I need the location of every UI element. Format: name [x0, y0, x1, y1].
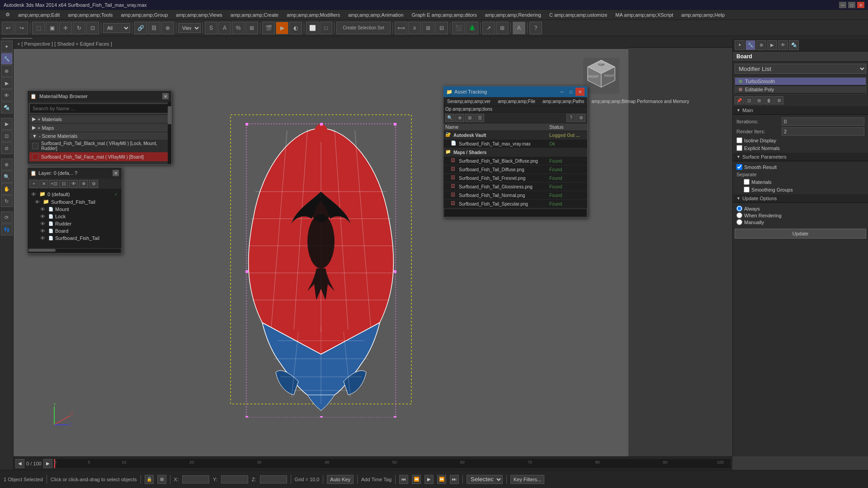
turbosmooth-section-title[interactable]: Main: [733, 106, 868, 115]
modify-tab-btn[interactable]: 🔧: [745, 40, 755, 50]
menu-3ds[interactable]: ⚙: [2, 11, 14, 19]
menu-animation[interactable]: amp;amp;amp;Animation: [344, 11, 407, 19]
mat-section-maps-header[interactable]: ▶ + Maps: [29, 124, 170, 131]
array-btn[interactable]: ⊞: [422, 22, 434, 34]
menu-create[interactable]: amp;amp;amp;Create: [227, 11, 282, 19]
render-iters-input[interactable]: [782, 127, 864, 136]
play-btn[interactable]: ▶: [1, 118, 13, 130]
isoline-checkbox[interactable]: [736, 137, 742, 143]
redo-btn[interactable]: ↪: [15, 22, 28, 34]
scene-explorer-btn[interactable]: 🌲: [466, 22, 478, 34]
layer-scrollbar[interactable]: [28, 249, 121, 253]
modify-panel-btn[interactable]: 🔧: [1, 53, 13, 65]
selection-filter-btn[interactable]: ⊡: [1, 130, 13, 142]
configure-modifier-sets-btn[interactable]: ⚙: [774, 96, 783, 104]
pin-stack-btn[interactable]: 📌: [735, 96, 744, 104]
angle-snap-btn[interactable]: A: [218, 22, 231, 34]
selected-dropdown[interactable]: Selected: [467, 475, 503, 484]
asset-menu-server[interactable]: Seramp;amp;amp;ver: [445, 99, 492, 104]
explicit-normals-checkbox[interactable]: [736, 145, 742, 151]
asset-minimize-btn[interactable]: ─: [557, 88, 566, 96]
iterations-input[interactable]: [782, 117, 864, 126]
modifier-editable-poly[interactable]: Editable Poly: [735, 86, 866, 93]
percent-snap-btn[interactable]: %: [232, 22, 245, 34]
asset-panel-header[interactable]: 📁 Asset Tracking ─ □ ✕: [443, 86, 587, 97]
layer-hide-all-btn[interactable]: 👁: [69, 180, 78, 188]
material-editor-btn[interactable]: ⬜: [306, 22, 319, 34]
render-setup-btn[interactable]: 🎬: [262, 22, 275, 34]
asset-menu-bitmap[interactable]: amp;amp;amp;Bitmap Performance and Memor…: [590, 99, 691, 104]
close-btn[interactable]: ✕: [857, 2, 864, 8]
asset-row-normal[interactable]: 🖼 Surfboard_Fish_Tail_Normal.png Found: [443, 191, 587, 200]
motion-panel-btn[interactable]: ▶: [1, 77, 13, 89]
menu-maxscript[interactable]: MA amp;amp;amp;XScript: [612, 11, 677, 19]
mat-search-input[interactable]: [29, 103, 170, 113]
snap-toggle-btn[interactable]: S: [205, 22, 217, 34]
surface-params-section-title[interactable]: Surface Parameters: [733, 153, 868, 161]
update-options-section-title[interactable]: Update Options: [733, 194, 868, 203]
utils-tab-btn[interactable]: 🔩: [789, 40, 799, 50]
manually-radio[interactable]: [736, 219, 742, 225]
layer-delete-btn[interactable]: ✕: [39, 180, 48, 188]
remove-modifier-btn[interactable]: 🗑: [764, 96, 774, 104]
asset-table-view-btn[interactable]: ⊞: [465, 114, 474, 122]
asset-row-black-diff[interactable]: 🖼 Surfboard_Fish_Tail_Black_Diffuse.png …: [443, 157, 587, 165]
undo-btn[interactable]: ↩: [2, 22, 14, 34]
asset-row-max[interactable]: 📄 Surfboard_Fish_Tail_max_vray.max Ok: [443, 140, 587, 148]
scale-btn[interactable]: ⊡: [86, 22, 99, 34]
bind-space-warp-btn[interactable]: ⊕: [161, 22, 174, 34]
motion-tab-btn[interactable]: ▶: [767, 40, 777, 50]
smoothing-groups-checkbox[interactable]: [744, 187, 750, 192]
layer-item-default[interactable]: 👁 📁 0 (default) ✓: [28, 190, 122, 198]
asset-maximize-btn[interactable]: □: [566, 88, 576, 96]
modifier-list-dropdown[interactable]: Modifier List: [735, 64, 866, 74]
layer-new-btn[interactable]: +: [29, 180, 38, 188]
mat-section-materials-header[interactable]: ▶ + Materials: [29, 115, 170, 123]
layer-item-fish-tail[interactable]: 👁 📁 Surfboard_Fish_Tail: [28, 198, 122, 206]
go-to-start-btn[interactable]: ⏮: [399, 475, 408, 484]
make-unique-btn[interactable]: ⊞: [755, 96, 764, 104]
layer-item-board[interactable]: 👁 📄 Board: [28, 227, 122, 235]
layer-add-selection-btn[interactable]: +⊡: [49, 180, 58, 188]
z-input[interactable]: [260, 475, 287, 483]
menu-rendering[interactable]: amp;amp;amp;Rendering: [481, 11, 545, 19]
y-input[interactable]: [221, 475, 248, 483]
select-region-btn[interactable]: ▣: [46, 22, 58, 34]
create-tab-btn[interactable]: ✦: [735, 40, 745, 50]
layer-item-rudder[interactable]: 👁 📄 Rudder: [28, 220, 122, 227]
menu-graph[interactable]: Graph E amp;amp;amp;ditors: [408, 11, 481, 19]
help-btn[interactable]: ?: [529, 22, 542, 34]
asset-menu-paths[interactable]: amp;amp;amp;Paths: [541, 99, 586, 104]
walk-thru-btn[interactable]: 👣: [1, 224, 13, 235]
rotate-btn[interactable]: ↻: [73, 22, 85, 34]
menu-modifiers[interactable]: amp;amp;amp;Modifiers: [283, 11, 344, 19]
menu-help[interactable]: amp;amp;amp;Help: [678, 11, 728, 19]
asset-help-btn[interactable]: ?: [566, 114, 576, 122]
menu-views[interactable]: amp;amp;amp;Views: [172, 11, 226, 19]
key-filters-btn[interactable]: Key Filters...: [510, 475, 544, 484]
zoom-extents-btn[interactable]: ⊕: [1, 159, 13, 170]
timeline-next-btn[interactable]: ▶: [43, 459, 52, 468]
absolute-transform-btn[interactable]: ⊞: [157, 475, 166, 484]
update-btn[interactable]: Update: [735, 229, 866, 239]
create-selection-set-btn[interactable]: Create Selection Set: [336, 22, 391, 34]
mat-browser-scrollbar[interactable]: [168, 102, 171, 164]
mirror-btn[interactable]: ⟺: [395, 22, 407, 34]
lock-selection-btn[interactable]: 🔒: [145, 475, 154, 484]
layer-item-mount[interactable]: 👁 📄 Mount: [28, 206, 122, 213]
layer-select-objects-btn[interactable]: ⊡: [59, 180, 68, 188]
mat-section-scene-header[interactable]: ▼ - Scene Materials: [29, 132, 170, 140]
x-input[interactable]: [182, 475, 209, 483]
play-anim-btn[interactable]: ▶: [425, 475, 434, 484]
utilities-panel-btn[interactable]: 🔩: [1, 102, 13, 113]
asset-settings-btn[interactable]: ⚙: [576, 114, 585, 122]
layer-item-lock[interactable]: 👁 📄 Lock: [28, 213, 122, 220]
pan-btn[interactable]: ✋: [1, 183, 13, 195]
go-to-end-btn[interactable]: ⏭: [450, 475, 459, 484]
move-btn[interactable]: ✛: [59, 22, 72, 34]
create-panel-btn[interactable]: ✦: [1, 41, 13, 52]
timeline-track[interactable]: 0 5 10 20 30 40 50 60 70 80 90 100: [54, 459, 731, 468]
asset-menu-file[interactable]: amp;amp;amp;File: [496, 99, 537, 104]
layer-scrollbar-thumb[interactable]: [28, 249, 56, 252]
asset-list-view-btn[interactable]: ☰: [475, 114, 484, 122]
